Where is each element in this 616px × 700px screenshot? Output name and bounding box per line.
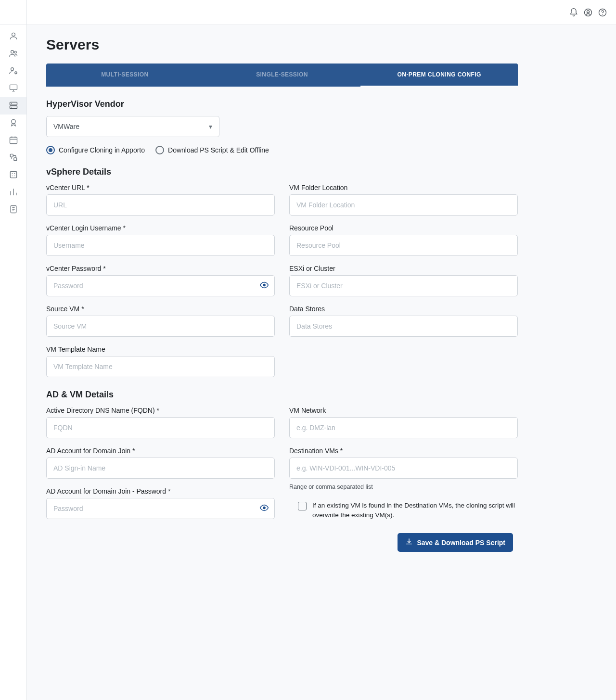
sidebar [0,0,27,700]
overwrite-checkbox[interactable] [298,502,307,510]
svg-rect-14 [10,85,17,89]
sidebar-item-servers[interactable] [0,97,26,115]
svg-point-17 [11,103,12,104]
esxi-label: ESXi or Cluster [289,265,518,272]
servers-icon [9,101,18,112]
resource-pool-input[interactable] [289,235,518,256]
svg-point-11 [14,51,16,53]
radio-configure-label: Configure Cloning in Apporto [59,146,145,154]
svg-point-33 [263,284,266,286]
sidebar-item-network[interactable] [0,149,26,166]
tab-multi-session[interactable]: MULTI-SESSION [46,64,204,87]
sidebar-item-badge[interactable] [0,115,26,132]
ad-account-label: AD Account for Domain Join * [46,447,275,455]
source-vm-input[interactable] [46,316,275,337]
svg-point-25 [14,173,15,174]
section-hypervisor-title: HyperVisor Vendor [46,99,518,109]
svg-point-9 [12,33,15,36]
ad-fqdn-input[interactable] [46,417,275,438]
sidebar-item-reports[interactable] [0,201,26,218]
app-launcher[interactable] [0,6,26,25]
svg-rect-23 [10,171,16,178]
vm-template-label: VM Template Name [46,345,275,353]
radio-checked-icon [46,146,55,154]
user-gear-icon [9,66,18,77]
notifications-icon[interactable] [569,8,578,17]
svg-point-32 [602,14,603,14]
sidebar-item-users[interactable] [0,45,26,63]
download-icon [405,538,413,547]
source-vm-label: Source VM * [46,305,275,313]
overwrite-checkbox-label: If an existing VM is found in the Destin… [312,501,518,520]
svg-point-12 [11,67,13,70]
svg-rect-20 [10,137,17,143]
calendar-icon [9,135,18,146]
help-icon[interactable] [598,8,607,17]
svg-point-27 [14,175,15,176]
hypervisor-selected-value: VMWare [53,123,79,130]
bar-chart-icon [9,187,18,198]
certificate-icon [9,118,18,129]
document-icon [9,204,18,216]
dest-vms-label: Destination VMs * [289,447,518,455]
users-icon [9,49,18,60]
show-password-icon[interactable] [259,503,269,514]
grid-icon [9,170,18,181]
user-icon [9,31,18,42]
svg-point-24 [12,173,13,174]
vcenter-username-input[interactable] [46,235,275,256]
monitor-icon [9,83,18,94]
svg-point-34 [263,507,266,509]
radio-unchecked-icon [155,146,164,154]
svg-point-19 [11,119,15,123]
radio-download-label: Download PS Script & Edit Offline [168,146,269,154]
radio-configure-cloning[interactable]: Configure Cloning in Apporto [46,146,145,154]
account-icon[interactable] [583,8,593,17]
resource-pool-label: Resource Pool [289,224,518,232]
ad-account-input[interactable] [46,458,275,479]
dest-vms-input[interactable] [289,458,518,479]
save-download-label: Save & Download PS Script [417,539,505,547]
sidebar-item-analytics[interactable] [0,184,26,201]
vcenter-password-input[interactable] [46,275,275,296]
vm-network-input[interactable] [289,417,518,438]
vcenter-password-label: vCenter Password * [46,265,275,272]
hypervisor-select[interactable]: VMWare ▾ [46,116,219,137]
svg-rect-22 [13,157,16,160]
vm-network-label: VM Network [289,407,518,414]
chevron-down-icon: ▾ [209,123,212,130]
vm-folder-input[interactable] [289,194,518,216]
svg-point-26 [12,175,13,176]
network-icon [9,153,18,164]
page-title: Servers [46,37,518,53]
vcenter-url-input[interactable] [46,194,275,216]
esxi-input[interactable] [289,275,518,296]
vm-folder-label: VM Folder Location [289,184,518,191]
sidebar-item-grid[interactable] [0,166,26,184]
ad-fqdn-label: Active Directory DNS Name (FQDN) * [46,407,275,414]
data-stores-input[interactable] [289,316,518,337]
radio-download-script[interactable]: Download PS Script & Edit Offline [155,146,269,154]
section-ad-vm-title: AD & VM Details [46,390,518,400]
sidebar-item-monitor[interactable] [0,80,26,97]
svg-point-30 [587,10,590,13]
sidebar-item-user-gear[interactable] [0,63,26,80]
ad-password-input[interactable] [46,498,275,519]
tab-cloning-config[interactable]: ON-PREM CLONING CONFIG [360,64,518,87]
ad-password-label: AD Account for Domain Join - Password * [46,487,275,495]
svg-point-10 [11,50,13,53]
vcenter-username-label: vCenter Login Username * [46,224,275,232]
show-password-icon[interactable] [259,280,269,292]
dest-vms-helper: Range or comma separated list [289,484,518,490]
tabs: MULTI-SESSION SINGLE-SESSION ON-PREM CLO… [46,64,518,87]
save-download-button[interactable]: Save & Download PS Script [398,533,513,552]
section-vsphere-title: vSphere Details [46,167,518,177]
svg-rect-21 [10,154,13,157]
sidebar-item-user[interactable] [0,28,26,45]
svg-rect-15 [10,102,17,105]
vm-template-input[interactable] [46,356,275,377]
data-stores-label: Data Stores [289,305,518,313]
svg-rect-16 [10,105,17,108]
sidebar-item-calendar[interactable] [0,132,26,149]
tab-single-session[interactable]: SINGLE-SESSION [204,64,361,87]
